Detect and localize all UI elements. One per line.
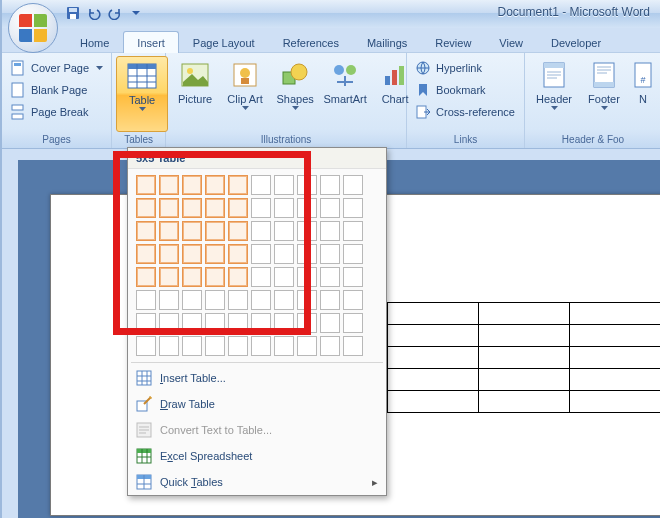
grid-cell[interactable] — [251, 198, 271, 218]
grid-cell[interactable] — [136, 267, 156, 287]
grid-cell[interactable] — [136, 290, 156, 310]
grid-cell[interactable] — [343, 267, 363, 287]
grid-cell[interactable] — [182, 267, 202, 287]
grid-cell[interactable] — [205, 290, 225, 310]
grid-cell[interactable] — [274, 198, 294, 218]
excel-spreadsheet-item[interactable]: Excel Spreadsheet — [128, 443, 386, 469]
grid-cell[interactable] — [136, 198, 156, 218]
grid-cell[interactable] — [274, 290, 294, 310]
grid-cell[interactable] — [297, 267, 317, 287]
tab-insert[interactable]: Insert — [123, 31, 179, 53]
grid-cell[interactable] — [320, 336, 340, 356]
tab-page-layout[interactable]: Page Layout — [179, 31, 269, 53]
grid-cell[interactable] — [136, 244, 156, 264]
tab-mailings[interactable]: Mailings — [353, 31, 421, 53]
grid-cell[interactable] — [320, 175, 340, 195]
grid-cell[interactable] — [343, 175, 363, 195]
grid-cell[interactable] — [274, 313, 294, 333]
tab-review[interactable]: Review — [421, 31, 485, 53]
cross-reference-button[interactable]: Cross-reference — [411, 102, 519, 122]
grid-cell[interactable] — [182, 198, 202, 218]
grid-cell[interactable] — [228, 313, 248, 333]
grid-cell[interactable] — [159, 313, 179, 333]
grid-cell[interactable] — [343, 244, 363, 264]
grid-cell[interactable] — [228, 290, 248, 310]
insert-table-grid[interactable] — [128, 169, 386, 360]
footer-button[interactable]: Footer — [579, 56, 629, 132]
table-button[interactable]: Table — [116, 56, 168, 132]
grid-cell[interactable] — [251, 175, 271, 195]
grid-cell[interactable] — [320, 221, 340, 241]
grid-cell[interactable] — [182, 244, 202, 264]
grid-cell[interactable] — [297, 336, 317, 356]
grid-cell[interactable] — [297, 313, 317, 333]
header-button[interactable]: Header — [529, 56, 579, 132]
grid-cell[interactable] — [136, 175, 156, 195]
grid-cell[interactable] — [159, 244, 179, 264]
grid-cell[interactable] — [205, 267, 225, 287]
draw-table-item[interactable]: Draw Table — [128, 391, 386, 417]
grid-cell[interactable] — [182, 336, 202, 356]
tab-view[interactable]: View — [485, 31, 537, 53]
grid-cell[interactable] — [159, 221, 179, 241]
grid-cell[interactable] — [251, 336, 271, 356]
grid-cell[interactable] — [136, 221, 156, 241]
cover-page-button[interactable]: Cover Page — [6, 58, 107, 78]
grid-cell[interactable] — [159, 336, 179, 356]
grid-cell[interactable] — [320, 244, 340, 264]
grid-cell[interactable] — [297, 244, 317, 264]
grid-cell[interactable] — [274, 244, 294, 264]
grid-cell[interactable] — [343, 290, 363, 310]
grid-cell[interactable] — [320, 313, 340, 333]
page-number-button[interactable]: # N — [629, 56, 657, 132]
grid-cell[interactable] — [228, 244, 248, 264]
grid-cell[interactable] — [343, 198, 363, 218]
grid-cell[interactable] — [159, 198, 179, 218]
grid-cell[interactable] — [251, 290, 271, 310]
grid-cell[interactable] — [182, 290, 202, 310]
grid-cell[interactable] — [297, 290, 317, 310]
picture-button[interactable]: Picture — [170, 56, 220, 132]
grid-cell[interactable] — [297, 198, 317, 218]
grid-cell[interactable] — [205, 244, 225, 264]
quick-tables-item[interactable]: Quick Tables ▸ — [128, 469, 386, 495]
hyperlink-button[interactable]: Hyperlink — [411, 58, 519, 78]
grid-cell[interactable] — [251, 244, 271, 264]
smartart-button[interactable]: SmartArt — [320, 56, 370, 132]
grid-cell[interactable] — [320, 198, 340, 218]
grid-cell[interactable] — [320, 290, 340, 310]
grid-cell[interactable] — [205, 336, 225, 356]
grid-cell[interactable] — [274, 175, 294, 195]
grid-cell[interactable] — [228, 175, 248, 195]
bookmark-button[interactable]: Bookmark — [411, 80, 519, 100]
grid-cell[interactable] — [228, 336, 248, 356]
grid-cell[interactable] — [274, 267, 294, 287]
grid-cell[interactable] — [205, 175, 225, 195]
grid-cell[interactable] — [297, 175, 317, 195]
grid-cell[interactable] — [251, 313, 271, 333]
grid-cell[interactable] — [274, 221, 294, 241]
grid-cell[interactable] — [251, 221, 271, 241]
grid-cell[interactable] — [343, 313, 363, 333]
undo-icon[interactable] — [85, 4, 103, 22]
grid-cell[interactable] — [320, 267, 340, 287]
grid-cell[interactable] — [228, 267, 248, 287]
grid-cell[interactable] — [228, 221, 248, 241]
tab-home[interactable]: Home — [66, 31, 123, 53]
preview-table[interactable] — [387, 302, 660, 413]
grid-cell[interactable] — [159, 290, 179, 310]
grid-cell[interactable] — [205, 313, 225, 333]
grid-cell[interactable] — [159, 267, 179, 287]
grid-cell[interactable] — [182, 175, 202, 195]
clip-art-button[interactable]: Clip Art — [220, 56, 270, 132]
grid-cell[interactable] — [343, 336, 363, 356]
grid-cell[interactable] — [205, 198, 225, 218]
grid-cell[interactable] — [297, 221, 317, 241]
blank-page-button[interactable]: Blank Page — [6, 80, 107, 100]
save-icon[interactable] — [64, 4, 82, 22]
grid-cell[interactable] — [274, 336, 294, 356]
grid-cell[interactable] — [205, 221, 225, 241]
grid-cell[interactable] — [159, 175, 179, 195]
redo-icon[interactable] — [106, 4, 124, 22]
insert-table-item[interactable]: Insert Table... — [128, 365, 386, 391]
